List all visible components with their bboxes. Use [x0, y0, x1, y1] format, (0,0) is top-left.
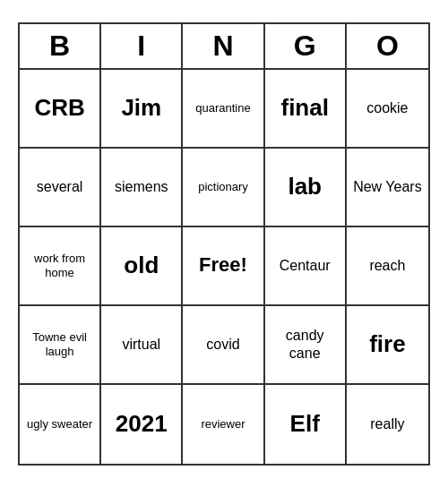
- bingo-cell: lab: [265, 149, 347, 227]
- bingo-cell: really: [347, 385, 428, 464]
- header-letter: O: [347, 24, 428, 68]
- header-letter: N: [183, 24, 264, 68]
- bingo-cell: quarantine: [183, 70, 264, 149]
- header-letter: B: [20, 24, 101, 68]
- bingo-cell: New Years: [347, 149, 428, 227]
- bingo-header: BINGO: [20, 24, 428, 70]
- bingo-cell: reach: [347, 227, 428, 306]
- bingo-cell: Centaur: [265, 227, 347, 306]
- bingo-cell: virtual: [101, 306, 183, 385]
- bingo-cell: cookie: [347, 70, 428, 149]
- bingo-cell: Towne evil laugh: [20, 306, 101, 385]
- bingo-cell: 2021: [101, 385, 183, 464]
- bingo-cell: work from home: [20, 227, 101, 306]
- bingo-cell: pictionary: [183, 149, 264, 227]
- bingo-cell: reviewer: [183, 385, 264, 464]
- bingo-cell: Elf: [265, 385, 347, 464]
- bingo-cell: siemens: [101, 149, 183, 227]
- bingo-cell: ugly sweater: [20, 385, 101, 464]
- bingo-card: BINGO CRBJimquarantinefinalcookieseveral…: [18, 22, 430, 466]
- header-letter: I: [101, 24, 183, 68]
- bingo-cell: fire: [347, 306, 428, 385]
- bingo-cell: Free!: [183, 227, 264, 306]
- bingo-cell: several: [20, 149, 101, 227]
- bingo-cell: candy cane: [265, 306, 347, 385]
- bingo-cell: final: [265, 70, 347, 149]
- bingo-cell: Jim: [101, 70, 183, 149]
- header-letter: G: [265, 24, 347, 68]
- bingo-cell: CRB: [20, 70, 101, 149]
- bingo-cell: covid: [183, 306, 264, 385]
- bingo-grid: CRBJimquarantinefinalcookieseveralsiemen…: [20, 70, 428, 464]
- bingo-cell: old: [101, 227, 183, 306]
